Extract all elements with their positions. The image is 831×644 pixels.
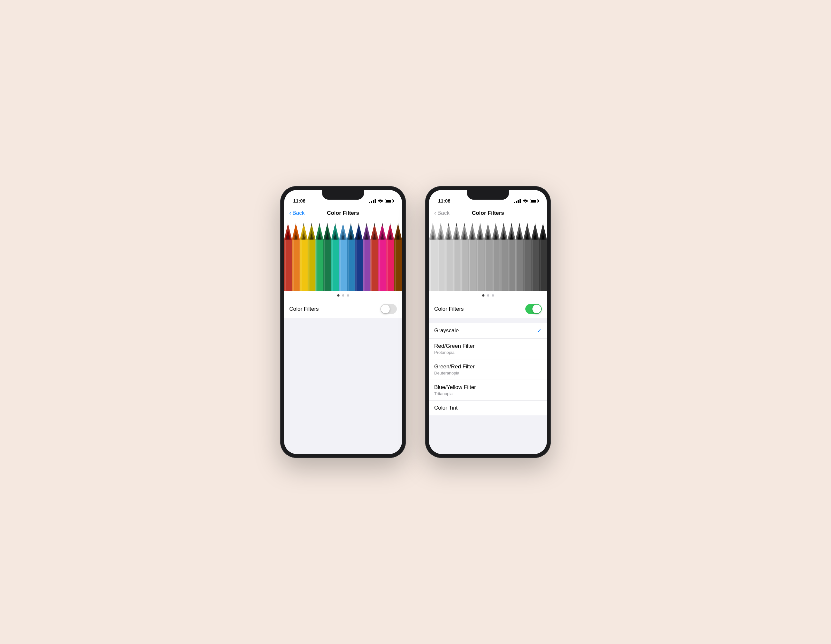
svg-rect-61 (363, 240, 365, 291)
filter-item-red-green[interactable]: Red/Green Filter Protanopia (429, 339, 547, 359)
svg-rect-1 (285, 240, 286, 291)
dot-2-1 (482, 294, 484, 297)
svg-rect-73 (379, 240, 380, 291)
svg-rect-127 (477, 240, 478, 291)
dot-2-2 (487, 294, 489, 297)
svg-rect-13 (301, 240, 302, 291)
svg-rect-25 (316, 240, 317, 291)
svg-rect-109 (453, 240, 454, 291)
battery-icon-1 (385, 199, 393, 203)
filter-sub-red-green: Protanopia (434, 350, 475, 355)
svg-rect-7 (293, 240, 294, 291)
nav-title-1: Color Filters (327, 210, 359, 216)
back-chevron-2: ‹ (434, 210, 436, 216)
dot-2-3 (492, 294, 494, 297)
back-label-2: Back (438, 210, 450, 216)
checkmark-grayscale: ✓ (537, 327, 542, 334)
filter-item-blue-yellow[interactable]: Blue/Yellow Filter Tritanopia (429, 380, 547, 401)
svg-rect-157 (516, 240, 517, 291)
svg-rect-55 (355, 240, 357, 291)
back-label-1: Back (293, 210, 305, 216)
filter-list-2: Grayscale ✓ Red/Green Filter Protanopia (429, 323, 547, 415)
svg-rect-31 (324, 240, 325, 291)
svg-rect-145 (500, 240, 501, 291)
svg-rect-43 (340, 240, 341, 291)
filter-item-color-tint[interactable]: Color Tint (429, 401, 547, 415)
color-filters-toggle-row-2: Color Filters (429, 300, 547, 318)
settings-content-2: Color Filters Grayscale ✓ (429, 300, 547, 454)
pencils-area-2 (429, 220, 547, 291)
filter-item-green-red[interactable]: Green/Red Filter Deuteranopia (429, 359, 547, 380)
phones-container: 11:08 (280, 186, 551, 458)
status-time-2: 11:08 (438, 198, 450, 204)
filter-sub-blue-yellow: Tritanopia (434, 391, 476, 396)
svg-rect-133 (485, 240, 486, 291)
toggle-thumb-1 (381, 305, 390, 313)
color-filters-toggle-2[interactable] (525, 304, 542, 314)
page-dots-2 (429, 291, 547, 300)
back-chevron-1: ‹ (289, 210, 291, 216)
svg-rect-175 (540, 240, 541, 291)
filter-item-grayscale[interactable]: Grayscale ✓ (429, 323, 547, 339)
svg-rect-79 (387, 240, 388, 291)
filter-name-grayscale: Grayscale (434, 328, 459, 334)
svg-rect-19 (308, 240, 309, 291)
battery-icon-2 (530, 199, 538, 203)
filter-sub-green-red: Deuteranopia (434, 370, 475, 375)
nav-bar-2: ‹ Back Color Filters (429, 206, 547, 220)
filter-name-red-green: Red/Green Filter (434, 343, 475, 349)
svg-rect-97 (438, 240, 439, 291)
status-icons-2 (514, 199, 538, 204)
svg-rect-91 (430, 240, 431, 291)
svg-rect-49 (347, 240, 349, 291)
toggle-thumb-2 (532, 305, 541, 313)
status-time-1: 11:08 (293, 198, 305, 204)
svg-rect-115 (461, 240, 462, 291)
pencils-svg-2 (429, 220, 547, 291)
notch-2 (467, 190, 509, 200)
back-button-1[interactable]: ‹ Back (289, 210, 305, 216)
color-filters-label-1: Color Filters (289, 306, 319, 312)
phone-1-inner: 11:08 (284, 190, 402, 454)
svg-rect-67 (371, 240, 373, 291)
phone-1: 11:08 (280, 186, 406, 458)
filter-name-color-tint: Color Tint (434, 405, 458, 411)
phone-2-inner: 11:08 (429, 190, 547, 454)
page-dots-1 (284, 291, 402, 300)
nav-title-2: Color Filters (472, 210, 504, 216)
signal-icon-2 (514, 199, 521, 203)
pencils-area-1 (284, 220, 402, 291)
dot-1-2 (342, 294, 344, 297)
color-filters-toggle-row-1: Color Filters (284, 300, 402, 318)
phone-2: 11:08 (425, 186, 551, 458)
wifi-icon-1 (378, 199, 383, 204)
filter-name-green-red: Green/Red Filter (434, 364, 475, 370)
svg-rect-85 (395, 240, 396, 291)
signal-icon-1 (369, 199, 376, 203)
back-button-2[interactable]: ‹ Back (434, 210, 450, 216)
wifi-icon-2 (523, 199, 528, 204)
status-icons-1 (369, 199, 393, 204)
svg-rect-139 (492, 240, 494, 291)
svg-rect-163 (524, 240, 525, 291)
notch-1 (322, 190, 364, 200)
settings-content-1: Color Filters (284, 300, 402, 454)
dot-1-3 (347, 294, 349, 297)
color-filters-label-2: Color Filters (434, 306, 464, 312)
color-filters-toggle-1[interactable] (380, 304, 397, 314)
svg-rect-103 (446, 240, 447, 291)
svg-rect-121 (469, 240, 470, 291)
pencils-svg-1 (284, 220, 402, 291)
svg-rect-151 (508, 240, 509, 291)
filter-name-blue-yellow: Blue/Yellow Filter (434, 384, 476, 391)
nav-bar-1: ‹ Back Color Filters (284, 206, 402, 220)
dot-1-1 (337, 294, 339, 297)
svg-rect-37 (332, 240, 333, 291)
svg-rect-169 (532, 240, 533, 291)
filter-section-2: Grayscale ✓ Red/Green Filter Protanopia (429, 318, 547, 415)
